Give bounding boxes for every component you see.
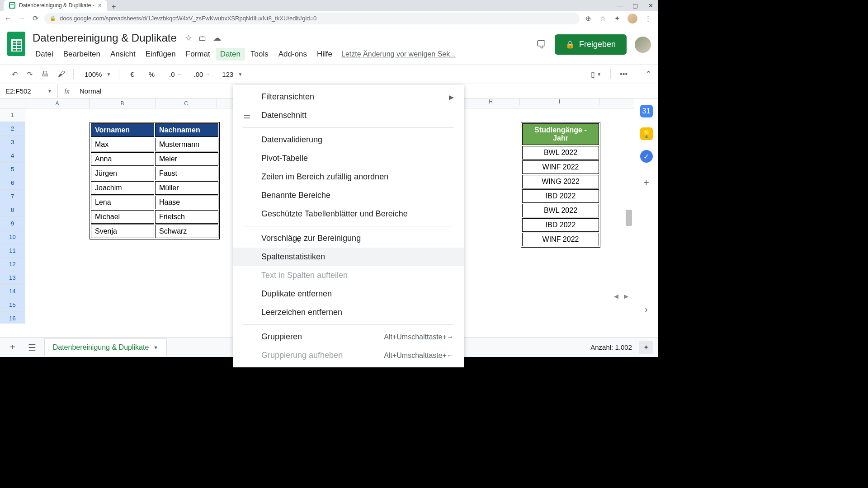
menu-datenvalidierung[interactable]: Datenvalidierung: [233, 131, 464, 149]
name-box[interactable]: E2:F502 ▼: [0, 84, 58, 98]
format-percent-button[interactable]: %: [142, 68, 161, 81]
row-header-8[interactable]: 8: [0, 203, 25, 217]
row-header-13[interactable]: 13: [0, 271, 25, 285]
menu-geschuetzte[interactable]: Geschützte Tabellenblätter und Bereiche: [233, 205, 464, 223]
table-cell[interactable]: Anna: [91, 152, 154, 166]
table-cell[interactable]: WINF 2022: [522, 160, 599, 174]
reload-button[interactable]: ⟳: [31, 14, 40, 23]
row-header-16[interactable]: 16: [0, 312, 25, 324]
forward-button[interactable]: →: [17, 14, 26, 23]
menu-datenschnitt[interactable]: ⚌ Datenschnitt: [233, 106, 464, 125]
doc-title[interactable]: Datenbereinigung & Duplikate: [31, 31, 179, 45]
col-header-a[interactable]: A: [25, 99, 90, 108]
menu-tools[interactable]: Tools: [246, 48, 273, 61]
browser-menu-icon[interactable]: ⋮: [644, 14, 652, 23]
menu-pivot[interactable]: Pivot-Tabelle: [233, 149, 464, 168]
col-header-h[interactable]: H: [462, 99, 520, 105]
menu-filteransichten[interactable]: Filteransichten ▶: [233, 88, 464, 106]
share-button[interactable]: 🔒 Freigeben: [555, 34, 627, 55]
row-header-4[interactable]: 4: [0, 149, 25, 163]
table-cell[interactable]: Haase: [155, 196, 218, 209]
studiengaenge-table[interactable]: Studiengänge - Jahr BWL 2022WINF 2022WIN…: [521, 122, 600, 248]
format-currency-button[interactable]: €: [124, 68, 140, 81]
menu-leerzeichen-entfernen[interactable]: Leerzeichen entfernen: [233, 303, 464, 322]
table-cell[interactable]: WING 2022: [522, 175, 599, 188]
menu-vorschlaege[interactable]: Vorschläge zur Bereinigung: [233, 229, 464, 248]
undo-button[interactable]: ↶: [8, 67, 21, 81]
collapse-toolbar-button[interactable]: ⌃: [645, 69, 652, 79]
row-header-5[interactable]: 5: [0, 163, 25, 176]
menu-benannte-bereiche[interactable]: Benannte Bereiche: [233, 186, 464, 205]
row-header-6[interactable]: 6: [0, 176, 25, 190]
table-cell[interactable]: WINF 2022: [522, 233, 599, 246]
row-header-12[interactable]: 12: [0, 258, 25, 271]
expand-side-panel-icon[interactable]: ›: [645, 304, 648, 314]
more-toolbar-button[interactable]: •••: [616, 67, 631, 81]
print-button[interactable]: 🖶: [38, 67, 52, 81]
browser-profile-avatar[interactable]: [627, 14, 637, 23]
toolbar-hidden-dropdown[interactable]: ▯▼: [587, 67, 605, 81]
cloud-status-icon[interactable]: ☁: [213, 33, 221, 43]
table-cell[interactable]: BWL 2022: [522, 204, 599, 217]
row-header-14[interactable]: 14: [0, 285, 25, 298]
table-cell[interactable]: Faust: [155, 167, 218, 180]
menu-spaltenstatistiken[interactable]: Spaltenstatistiken: [233, 248, 464, 266]
menu-daten[interactable]: Daten: [216, 48, 245, 61]
profile-avatar[interactable]: [635, 37, 651, 53]
table-cell[interactable]: Max: [91, 138, 154, 151]
url-input[interactable]: 🔒 docs.google.com/spreadsheets/d/1Jevzbk…: [44, 13, 580, 24]
menu-bearbeiten[interactable]: Bearbeiten: [59, 48, 105, 61]
calendar-icon[interactable]: 31: [640, 105, 653, 117]
menu-einfuegen[interactable]: Einfügen: [141, 48, 180, 61]
col-header-i[interactable]: I: [520, 99, 599, 105]
star-icon[interactable]: ☆: [185, 33, 192, 43]
paint-format-button[interactable]: 🖌: [54, 67, 69, 81]
increase-decimal-button[interactable]: .00→: [187, 68, 214, 81]
menu-datei[interactable]: Datei: [31, 48, 58, 61]
menu-hilfe[interactable]: Hilfe: [312, 48, 337, 61]
table-cell[interactable]: Michael: [91, 210, 154, 224]
comments-icon[interactable]: 🗨: [536, 38, 547, 51]
close-tab-icon[interactable]: ×: [98, 2, 102, 9]
explore-button[interactable]: ✦: [639, 341, 653, 354]
vertical-scrollbar[interactable]: [626, 210, 632, 226]
col-header-c[interactable]: C: [156, 99, 217, 108]
table-cell[interactable]: Lena: [91, 196, 154, 209]
tasks-icon[interactable]: ✓: [640, 150, 653, 163]
row-header-7[interactable]: 7: [0, 190, 25, 203]
maximize-button[interactable]: ▢: [627, 0, 643, 11]
col-header-gap[interactable]: [217, 99, 235, 108]
new-tab-button[interactable]: +: [107, 3, 120, 11]
menu-duplikate-entfernen[interactable]: Duplikate entfernen: [233, 285, 464, 303]
sheet-tab-menu-icon[interactable]: ▼: [153, 345, 158, 350]
col-header-b[interactable]: B: [90, 99, 156, 108]
minimize-button[interactable]: —: [612, 0, 627, 11]
names-table[interactable]: VornamenNachnamen MaxMustermannAnnaMeier…: [90, 122, 220, 239]
row-header-3[interactable]: 3: [0, 136, 25, 149]
table-cell[interactable]: Jürgen: [91, 167, 154, 180]
table-cell[interactable]: BWL 2022: [522, 146, 599, 160]
close-window-button[interactable]: ✕: [643, 0, 658, 11]
table-cell[interactable]: IBD 2022: [522, 189, 599, 203]
table-cell[interactable]: Svenja: [91, 225, 154, 238]
scroll-left-button[interactable]: ◀: [614, 293, 622, 301]
decrease-decimal-button[interactable]: .0←: [163, 68, 186, 81]
menu-format[interactable]: Format: [181, 48, 215, 61]
table-cell[interactable]: Mustermann: [155, 138, 218, 151]
select-all-corner[interactable]: [0, 99, 25, 108]
table-cell[interactable]: Meier: [155, 152, 218, 166]
menu-gruppieren[interactable]: Gruppieren Alt+Umschalttaste+→: [233, 328, 464, 346]
table-cell[interactable]: Joachim: [91, 181, 154, 195]
table-cell[interactable]: Müller: [155, 181, 218, 195]
menu-addons[interactable]: Add-ons: [274, 48, 311, 61]
sheet-tab-active[interactable]: Datenbereinigung & Duplikate ▼: [44, 338, 167, 356]
status-count[interactable]: Anzahl: 1.002: [590, 343, 632, 351]
menu-ansicht[interactable]: Ansicht: [106, 48, 140, 61]
table-cell[interactable]: IBD 2022: [522, 218, 599, 232]
name-box-dropdown-icon[interactable]: ▼: [47, 89, 52, 94]
more-formats-button[interactable]: 123▼: [216, 68, 246, 81]
table-cell[interactable]: Frietsch: [155, 210, 218, 224]
bookmark-icon[interactable]: ☆: [599, 14, 607, 23]
keep-icon[interactable]: 💡: [640, 127, 653, 140]
row-header-15[interactable]: 15: [0, 298, 25, 312]
